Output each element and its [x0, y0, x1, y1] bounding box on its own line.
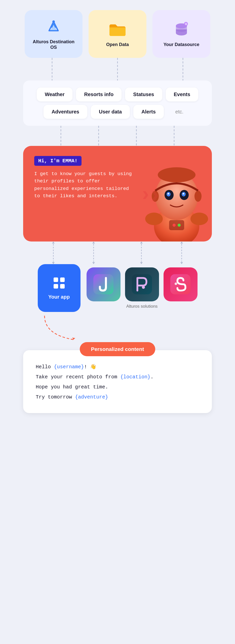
tag-etc: etc. — [167, 105, 191, 119]
svg-marker-41 — [180, 262, 183, 264]
datasource-icon: ✿ — [172, 20, 190, 38]
source-card-datasource-label: Your Datasource — [164, 42, 200, 48]
emma-card: › › Hi, I'm EMMA! I get to know your gue… — [23, 146, 212, 242]
svg-rect-44 — [54, 284, 58, 289]
app-icon-piste — [125, 267, 159, 301]
tag-statuses: Statuses — [125, 88, 162, 101]
svg-point-48 — [142, 286, 145, 289]
emma-description: I get to know your guests by using their… — [34, 170, 132, 200]
alturos-solutions-group: Alturos solutions — [87, 267, 198, 309]
content-line-4: Try tomorrow {adventure} — [36, 393, 199, 401]
tag-resorts: Resorts info — [76, 88, 122, 101]
emma-text-section: Hi, I'm EMMA! I get to know your guests … — [23, 146, 141, 242]
source-card-alturos: Alturos Destination OS — [25, 10, 83, 58]
svg-point-24 — [194, 191, 202, 202]
svg-text:✿: ✿ — [185, 23, 187, 25]
connector-emma-apps — [23, 242, 212, 264]
personalized-content-card: Hello {username}! 👋 Take your recent pho… — [23, 350, 212, 413]
alturos-icon — [45, 18, 63, 36]
svg-point-16 — [158, 167, 195, 182]
folder-icon — [108, 20, 127, 38]
svg-rect-43 — [60, 277, 65, 282]
svg-point-21 — [168, 193, 169, 194]
tag-events: Events — [166, 88, 199, 101]
svg-rect-45 — [60, 284, 65, 289]
content-line-1: Hello {username}! 👋 — [36, 363, 199, 371]
emma-badge: Hi, I'm EMMA! — [34, 156, 82, 166]
your-app-label: Your app — [48, 294, 70, 300]
svg-point-50 — [175, 283, 177, 285]
app-cards-row: Your app — [38, 264, 198, 312]
svg-marker-31 — [52, 242, 55, 244]
tag-userdata: User data — [91, 105, 130, 119]
svg-marker-37 — [140, 242, 143, 244]
svg-point-26 — [173, 224, 176, 227]
svg-point-27 — [178, 224, 181, 227]
source-card-opendata: Open Data — [89, 10, 146, 58]
alturos-solutions-label: Alturos solutions — [126, 304, 158, 309]
content-line-3: Hope you had great time. — [36, 383, 199, 391]
grid-icon — [53, 276, 66, 291]
connector-to-emma — [23, 126, 212, 146]
content-line-2: Take your recent photo from {location}. — [36, 373, 199, 381]
svg-marker-35 — [92, 262, 95, 264]
svg-rect-25 — [169, 220, 184, 230]
connector-top — [23, 58, 212, 80]
svg-marker-34 — [92, 242, 95, 244]
svg-point-28 — [145, 213, 163, 225]
alturos-apps-row — [87, 267, 198, 301]
svg-point-1 — [52, 20, 55, 23]
dashed-arrow-to-content — [23, 314, 212, 342]
tag-weather: Weather — [37, 88, 73, 101]
tag-adventures: Adventures — [44, 105, 87, 119]
app-icon-jade — [87, 267, 121, 301]
svg-point-29 — [190, 213, 208, 225]
svg-point-22 — [183, 193, 184, 194]
svg-marker-40 — [180, 242, 183, 244]
source-card-datasource: ✿ Your Datasource — [152, 10, 210, 58]
svg-marker-32 — [52, 262, 55, 264]
tag-alerts: Alerts — [133, 105, 164, 119]
personalized-section: Personalized content Hello {username}! 👋… — [23, 342, 212, 413]
source-card-opendata-label: Open Data — [106, 42, 129, 48]
your-app-card: Your app — [38, 264, 81, 312]
source-cards-row: Alturos Destination OS Open Data — [25, 10, 210, 58]
app-icon-snow — [164, 267, 198, 301]
svg-marker-38 — [140, 262, 143, 264]
source-card-alturos-label: Alturos Destination OS — [30, 39, 77, 50]
page-wrapper: Alturos Destination OS Open Data — [0, 0, 235, 644]
data-tags-container: Weather Resorts info Statuses Events Adv… — [23, 80, 212, 126]
svg-rect-42 — [54, 277, 58, 282]
personalized-badge: Personalized content — [80, 342, 155, 356]
